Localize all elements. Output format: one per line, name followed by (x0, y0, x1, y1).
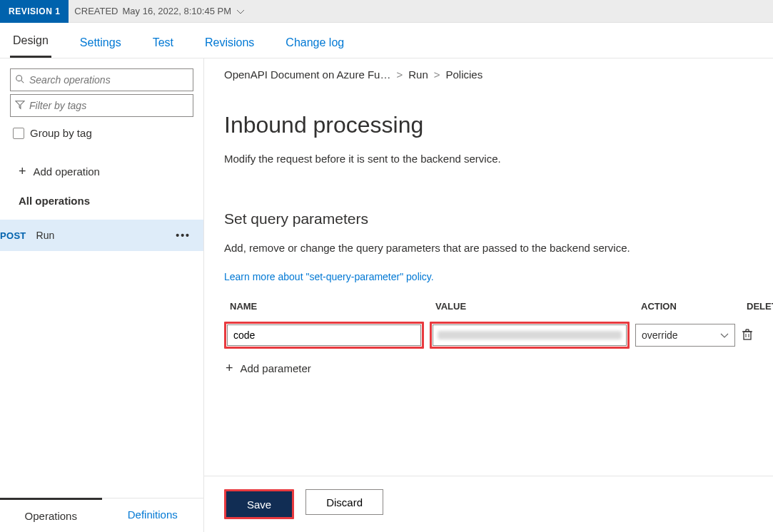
svg-line-1 (21, 80, 24, 83)
param-action-select[interactable]: override (635, 324, 735, 347)
filter-icon (15, 100, 25, 112)
svg-marker-2 (16, 101, 24, 108)
revision-created-prefix: CREATED (74, 6, 118, 16)
revision-badge: REVISION 1 (0, 0, 69, 23)
filter-tags-field[interactable] (10, 94, 193, 117)
query-params-table: NAME VALUE ACTION DELETE (224, 301, 753, 374)
tab-design[interactable]: Design (10, 34, 51, 58)
chevron-right-icon: > (434, 68, 440, 81)
sidebar-tab-definitions[interactable]: Definitions (102, 498, 204, 532)
footer-actions: Save Discard (204, 476, 773, 532)
chevron-right-icon: > (396, 68, 403, 81)
sidebar-tab-operations[interactable]: Operations (0, 498, 102, 532)
col-value: VALUE (435, 301, 635, 312)
operation-name-label: Run (36, 230, 55, 241)
add-operation-button[interactable]: + Add operation (19, 153, 203, 195)
operation-item-run[interactable]: POST Run ••• (0, 220, 203, 251)
sidebar: Group by tag + Add operation All operati… (0, 58, 204, 532)
svg-rect-3 (744, 332, 751, 339)
tab-revisions[interactable]: Revisions (202, 36, 257, 58)
chevron-down-icon (236, 8, 246, 15)
tab-settings[interactable]: Settings (77, 36, 124, 58)
group-by-tag-row[interactable]: Group by tag (10, 120, 193, 153)
section-heading-query-params: Set query parameters (224, 210, 753, 227)
search-operations-input[interactable] (29, 74, 188, 86)
group-by-tag-checkbox[interactable] (13, 128, 24, 139)
param-name-input[interactable] (227, 324, 421, 346)
group-by-tag-label: Group by tag (30, 127, 92, 139)
highlight-box (224, 322, 424, 349)
search-icon (15, 74, 25, 86)
operation-more-menu[interactable]: ••• (176, 230, 191, 241)
section-description: Add, remove or change the query paramete… (224, 242, 753, 254)
col-delete: DELETE (747, 301, 773, 312)
add-operation-label: Add operation (34, 165, 100, 178)
all-operations-heading[interactable]: All operations (19, 195, 203, 220)
delete-param-button[interactable] (741, 328, 754, 343)
main-area: Group by tag + Add operation All operati… (0, 58, 773, 532)
col-name: NAME (230, 301, 430, 312)
col-action: ACTION (641, 301, 741, 312)
revision-bar: REVISION 1 CREATED May 16, 2022, 8:10:45… (0, 0, 773, 23)
main-tabs: Design Settings Test Revisions Change lo… (0, 23, 773, 58)
breadcrumb-api[interactable]: OpenAPI Document on Azure Fu… (224, 68, 390, 81)
trash-icon (741, 332, 754, 343)
breadcrumb: OpenAPI Document on Azure Fu… > Run > Po… (224, 68, 753, 81)
filter-tags-input[interactable] (29, 100, 188, 111)
svg-point-0 (16, 75, 22, 81)
sidebar-bottom-tabs: Operations Definitions (0, 498, 203, 532)
search-operations-field[interactable] (10, 68, 193, 91)
plus-icon: + (19, 165, 26, 178)
revision-created-dropdown[interactable]: CREATED May 16, 2022, 8:10:45 PM (69, 6, 251, 16)
table-header-row: NAME VALUE ACTION DELETE (224, 301, 753, 322)
param-action-value: override (642, 329, 678, 341)
learn-more-link[interactable]: Learn more about "set-query-parameter" p… (224, 271, 434, 282)
highlight-box: Save (224, 489, 294, 519)
add-parameter-label: Add parameter (241, 362, 311, 374)
chevron-down-icon (720, 329, 729, 341)
tab-changelog[interactable]: Change log (283, 36, 347, 58)
page-title: Inbound processing (224, 112, 753, 138)
param-value-input[interactable] (433, 324, 627, 346)
discard-button[interactable]: Discard (305, 489, 383, 515)
content-panel: OpenAPI Document on Azure Fu… > Run > Po… (204, 58, 773, 532)
plus-icon: + (226, 362, 233, 374)
operation-method-badge: POST (0, 230, 26, 241)
breadcrumb-page: Policies (446, 68, 483, 81)
add-parameter-button[interactable]: + Add parameter (224, 349, 753, 374)
page-subtitle: Modify the request before it is sent to … (224, 153, 753, 165)
save-button[interactable]: Save (226, 491, 292, 517)
tab-test[interactable]: Test (150, 36, 176, 58)
breadcrumb-operation[interactable]: Run (408, 68, 428, 81)
highlight-box (430, 322, 630, 349)
table-row: override (224, 322, 753, 349)
revision-created-at: May 16, 2022, 8:10:45 PM (123, 6, 231, 16)
